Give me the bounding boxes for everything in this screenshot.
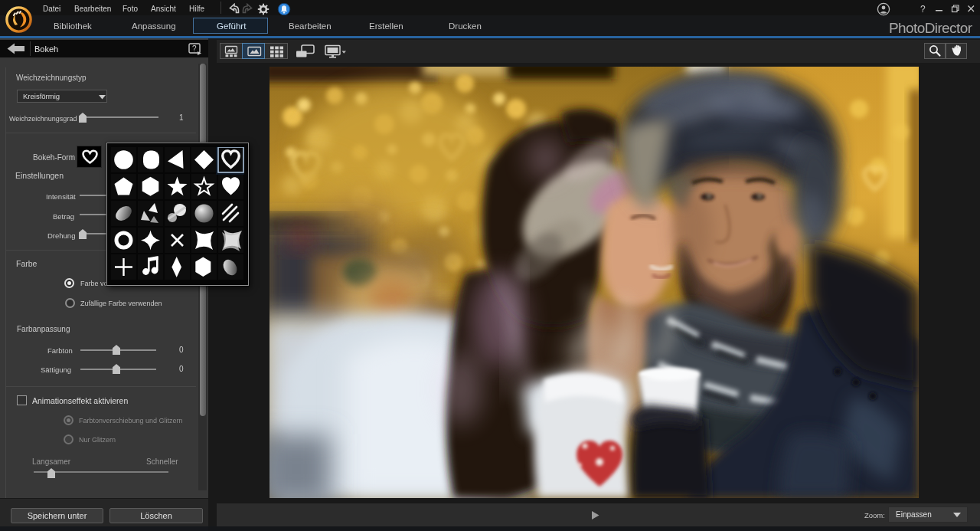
svg-text:?: ? xyxy=(920,4,926,15)
svg-text:?: ? xyxy=(192,44,197,53)
